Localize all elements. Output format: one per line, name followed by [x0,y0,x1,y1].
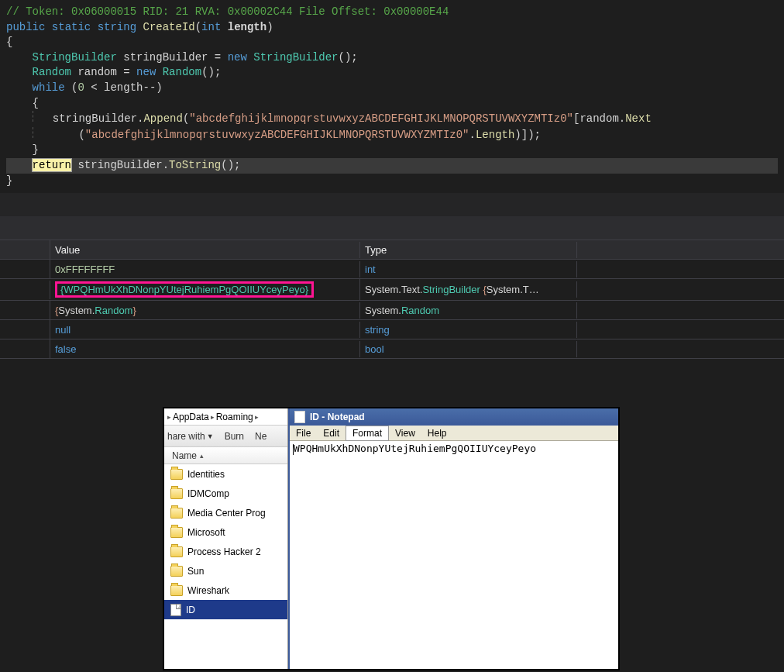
str-alpha2: "abcdefghijklmnopqrstuvwxyzABCDEFGHIJKLM… [85,129,469,141]
breadcrumb[interactable]: ▸ AppData ▸ Roaming ▸ [164,408,287,426]
file-row[interactable]: Identities [164,464,287,484]
param-length: length [228,21,266,33]
type-stringbuilder2: StringBuilder [253,51,338,64]
folder-icon [170,566,183,577]
type-random: Random [33,66,71,78]
explorer-toolbar: hare with▼ Burn Ne [164,426,287,447]
file-label: Microsoft [187,527,225,538]
notepad-icon [294,411,305,423]
code-editor: // Token: 0x06000015 RID: 21 RVA: 0x0000… [0,0,784,193]
menu-file[interactable]: File [290,426,317,440]
col-header-type[interactable]: Type [360,242,577,258]
var-sb2: stringBuilder [53,112,137,125]
chevron-icon[interactable]: ▸ [255,413,259,421]
notepad-titlebar[interactable]: ID - Notepad [290,408,618,426]
val-null: null [55,324,70,336]
file-list[interactable]: IdentitiesIDMCompMedia Center ProgMicros… [164,464,287,669]
highlighted-id-value: {WPQHmUkXhDNonpYUtejRuhiemPgQOIIUYceyPey… [55,281,314,298]
grid-row[interactable]: {WPQHmUkXhDNonpYUtejRuhiemPgQOIIUYceyPey… [0,279,784,301]
type-ns: System.Text. [365,284,422,295]
file-label: Identities [187,469,225,480]
list-header[interactable]: Name ▴ [164,447,287,464]
sort-asc-icon[interactable]: ▴ [200,452,204,460]
type-int: int [365,264,376,275]
val-false: false [55,343,76,355]
breadcrumb-seg[interactable]: Roaming [216,412,253,422]
highlighted-return: return [33,159,71,171]
type-stringbuilder: StringBuilder [33,51,117,64]
var-sb3: stringBuilder [77,159,162,171]
notepad-window: ID - Notepad FileEditFormatViewHelp WPQH… [288,408,618,669]
var-random2: random [579,112,618,125]
menu-edit[interactable]: Edit [317,426,346,440]
file-row[interactable]: Sun [164,561,287,581]
file-row[interactable]: IDMComp [164,484,287,503]
folder-icon [170,546,183,557]
kw-string: string [98,21,136,33]
folder-icon [170,508,183,519]
type-random2: Random [163,66,201,78]
file-row[interactable]: Wireshark [164,581,287,600]
file-label: Media Center Prog [187,508,266,519]
chevron-icon[interactable]: ▸ [167,413,171,421]
type-ns2: System. [365,305,401,316]
breadcrumb-seg[interactable]: AppData [173,412,209,422]
file-icon [170,604,181,616]
method-name: CreateId [143,21,194,33]
kw-int: int [201,21,221,33]
menu-view[interactable]: View [389,426,421,440]
burn-button[interactable]: Burn [225,431,244,442]
new-button[interactable]: Ne [255,431,266,442]
grid-row[interactable]: 0xFFFFFFFF int [0,260,784,279]
kw-while: while [33,81,65,94]
code-comment: // Token: 0x06000015 RID: 21 RVA: 0x0000… [6,5,449,18]
var-random: random [77,66,116,78]
share-with-button[interactable]: hare with [167,431,205,442]
col-header-name[interactable]: Name [172,450,197,461]
col-header-value[interactable]: Value [50,242,360,258]
kw-new2: new [136,66,156,78]
ref-length: length [104,81,143,94]
kw-public: public [6,21,45,33]
grid-header-row: Value Type [0,240,784,260]
lit-zero: 0 [77,81,84,94]
menu-help[interactable]: Help [421,426,453,440]
folder-icon [170,488,183,499]
file-label: ID [186,605,195,615]
notepad-title: ID - Notepad [310,412,365,422]
notepad-body[interactable]: WPQHmUkXhDNonpYUtejRuhiemPgQOIIUYceyPeyo [290,441,618,669]
call-append: Append [143,112,182,125]
prop-length: Length [476,129,514,141]
grid-row[interactable]: {System.Random} System.Random [0,301,784,320]
file-label: Sun [187,566,204,577]
panel-divider2 [0,216,784,240]
type-random-g: Random [401,305,439,316]
kw-static: static [52,21,91,33]
file-row[interactable]: ID [164,600,287,619]
val-hex: 0xFFFFFFFF [55,264,115,275]
file-row[interactable]: Media Center Prog [164,503,287,522]
chevron-icon[interactable]: ▸ [211,413,215,421]
type-sb: StringBuilder [422,284,480,295]
grid-row[interactable]: null string [0,320,784,339]
type-bool: bool [365,343,384,355]
var-stringbuilder: stringBuilder [123,51,208,64]
grid-row[interactable]: false bool [0,339,784,359]
call-next: Next [625,112,652,125]
file-label: Process Hacker 2 [187,546,261,557]
explorer-notepad-window: ▸ AppData ▸ Roaming ▸ hare with▼ Burn Ne… [163,407,620,670]
type-string: string [365,324,390,336]
file-row[interactable]: Microsoft [164,522,287,542]
call-tostring: ToString [169,159,221,171]
file-label: IDMComp [187,488,229,499]
folder-icon [170,527,183,538]
str-alpha1: "abcdefghijklmnopqrstuvwxyzABCDEFGHIJKLM… [189,112,573,125]
panel-divider [0,193,784,216]
dropdown-icon[interactable]: ▼ [207,432,214,440]
menu-format[interactable]: Format [346,426,389,441]
file-row[interactable]: Process Hacker 2 [164,542,287,561]
folder-icon [170,585,183,596]
file-label: Wireshark [187,585,229,596]
kw-new: new [228,51,247,64]
notepad-menu: FileEditFormatViewHelp [290,426,618,441]
